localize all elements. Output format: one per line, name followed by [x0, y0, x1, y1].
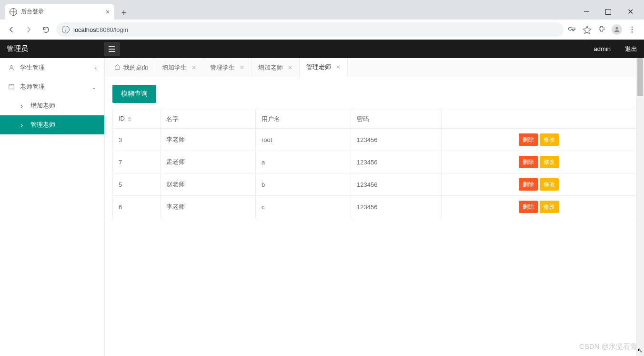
tab-label: 增加老师 [258, 63, 283, 72]
cell-name: 李老师 [161, 129, 256, 151]
cell-actions: 删除 修改 [442, 129, 636, 151]
main-content: 我的桌面 增加学生 ✕ 管理学生 ✕ 增加老师 ✕ 管理老师 ✕ 模糊查询 [105, 58, 644, 356]
chevron-right-icon: › [18, 122, 26, 129]
delete-button[interactable]: 删除 [519, 156, 538, 168]
scrollbar-thumb[interactable] [637, 58, 643, 96]
cell-password: 123456 [351, 151, 442, 173]
logout-button[interactable]: 退出 [625, 45, 637, 53]
tab-label: 我的桌面 [123, 63, 148, 72]
table-row: 3李老师root123456删除 修改 [113, 129, 636, 151]
sidebar-item-label: 增加老师 [30, 102, 55, 110]
star-icon[interactable] [583, 25, 592, 34]
sidebar-toggle-button[interactable] [104, 42, 120, 56]
browser-tab-strip: 后台登录 × + ✕ [0, 0, 644, 20]
cell-username: root [256, 129, 351, 151]
cell-actions: 删除 修改 [442, 151, 636, 173]
edit-button[interactable]: 修改 [540, 156, 559, 168]
teacher-table: ID 名字 用户名 密码 3李老师root123456删除 修改7孟老师a123… [112, 110, 636, 218]
delete-button[interactable]: 删除 [519, 201, 538, 213]
window-close-button[interactable]: ✕ [619, 5, 641, 19]
cell-username: a [256, 151, 351, 173]
fuzzy-search-button[interactable]: 模糊查询 [112, 85, 156, 103]
tab-label: 增加学生 [162, 63, 187, 72]
back-button[interactable] [5, 23, 18, 36]
svg-point-1 [632, 26, 633, 28]
cell-password: 123456 [351, 196, 442, 218]
delete-button[interactable]: 删除 [519, 133, 538, 146]
table-row: 7孟老师a123456删除 修改 [113, 151, 636, 173]
site-info-icon[interactable]: i [62, 26, 70, 33]
chevron-right-icon: › [18, 102, 26, 110]
sidebar-item-label: 学生管理 [20, 63, 45, 72]
app-header: 管理员 admin 退出 [0, 40, 644, 58]
cell-actions: 删除 修改 [442, 173, 636, 196]
tab-home[interactable]: 我的桌面 [108, 58, 155, 77]
tab-add-student[interactable]: 增加学生 ✕ [155, 58, 203, 77]
close-icon[interactable]: ✕ [191, 64, 196, 71]
close-icon[interactable]: ✕ [288, 64, 292, 71]
new-tab-button[interactable]: + [117, 6, 131, 20]
svg-point-0 [615, 27, 618, 30]
th-name: 名字 [161, 110, 256, 129]
sidebar-item-teachers[interactable]: 老师管理 ⌄ [0, 77, 104, 96]
tab-manage-teacher[interactable]: 管理老师 ✕ [300, 58, 348, 77]
reload-button[interactable] [39, 23, 52, 36]
browser-chrome: 后台登录 × + ✕ i localhost:8080/login [0, 0, 644, 40]
cell-username: c [256, 196, 351, 218]
window-minimize-button[interactable] [575, 5, 597, 19]
sidebar-subitem-add-teacher[interactable]: › 增加老师 [0, 96, 104, 115]
cell-id: 6 [113, 196, 161, 218]
edit-button[interactable]: 修改 [540, 178, 559, 191]
close-icon[interactable]: ✕ [240, 64, 244, 71]
vertical-scrollbar[interactable] [636, 58, 644, 356]
sort-icon [128, 115, 131, 123]
tab-add-teacher[interactable]: 增加老师 ✕ [252, 58, 300, 77]
svg-point-3 [632, 31, 633, 33]
svg-point-4 [10, 65, 13, 68]
th-username: 用户名 [256, 110, 351, 129]
th-id[interactable]: ID [113, 110, 161, 129]
cell-id: 3 [113, 129, 161, 151]
key-icon[interactable] [567, 25, 577, 34]
address-bar: i localhost:8080/login [0, 20, 644, 40]
window-controls: ✕ [575, 4, 644, 20]
extensions-icon[interactable] [597, 25, 606, 34]
app-layout: 学生管理 ‹ 老师管理 ⌄ › 增加老师 › 管理老师 我的桌面 [0, 58, 644, 356]
window-maximize-button[interactable] [597, 5, 619, 19]
current-user[interactable]: admin [594, 45, 611, 52]
table-row: 5赵老师b123456删除 修改 [113, 173, 636, 196]
th-password: 密码 [351, 110, 442, 129]
address-input[interactable]: i localhost:8080/login [56, 22, 564, 37]
cell-id: 5 [113, 173, 161, 196]
content-tab-bar: 我的桌面 增加学生 ✕ 管理学生 ✕ 增加老师 ✕ 管理老师 ✕ [105, 58, 644, 77]
tab-manage-student[interactable]: 管理学生 ✕ [203, 58, 252, 77]
sidebar-subitem-manage-teacher[interactable]: › 管理老师 [0, 115, 104, 134]
browser-actions [567, 24, 639, 35]
cell-id: 7 [113, 151, 161, 173]
cell-password: 123456 [351, 129, 442, 151]
cell-name: 李老师 [161, 196, 256, 218]
close-icon[interactable]: ✕ [336, 64, 341, 71]
globe-icon [10, 8, 17, 16]
browser-tab[interactable]: 后台登录 × [5, 4, 114, 20]
table-row: 6李老师c123456删除 修改 [113, 196, 636, 218]
edit-button[interactable]: 修改 [540, 133, 559, 146]
list-icon [8, 83, 15, 90]
url-text: localhost:8080/login [73, 26, 128, 33]
sidebar: 学生管理 ‹ 老师管理 ⌄ › 增加老师 › 管理老师 [0, 58, 105, 356]
edit-button[interactable]: 修改 [540, 201, 559, 213]
chevron-down-icon: ⌄ [91, 83, 97, 91]
header-right: admin 退出 [594, 45, 637, 53]
forward-button[interactable] [22, 23, 35, 36]
tab-label: 管理学生 [210, 63, 235, 72]
user-icon [8, 64, 15, 71]
delete-button[interactable]: 删除 [519, 178, 538, 191]
tab-panel: 模糊查询 ID 名字 用户名 密码 3李老师root123456删除 修改7孟老… [105, 77, 644, 356]
cell-name: 赵老师 [161, 173, 256, 196]
profile-icon[interactable] [612, 24, 622, 35]
menu-dots-icon[interactable] [628, 25, 636, 34]
close-icon[interactable]: × [106, 8, 110, 16]
sidebar-item-students[interactable]: 学生管理 ‹ [0, 58, 104, 77]
th-actions [442, 110, 636, 129]
svg-rect-5 [9, 84, 14, 89]
